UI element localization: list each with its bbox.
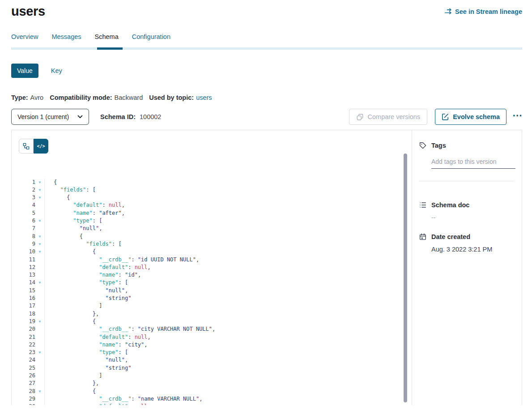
code-text: "string" [45,364,131,372]
fold-gutter [35,302,45,310]
code-line: 26 ] [19,372,412,380]
fold-toggle-icon[interactable]: ▼ [35,233,45,240]
line-number: 15 [19,287,35,295]
type-label: Type: [11,94,28,101]
fold-toggle-icon[interactable]: ▼ [35,349,45,356]
value-toggle-button[interactable]: Value [11,64,38,78]
line-number: 11 [19,256,35,264]
code-text: ] [45,372,102,380]
version-select[interactable]: Version 1 (current) [11,109,89,125]
tab-overview[interactable]: Overview [11,33,38,47]
fold-gutter [35,403,45,405]
stream-lineage-link[interactable]: See in Stream lineage [444,8,522,15]
tags-input[interactable] [431,156,515,169]
line-number: 29 [19,395,35,403]
fold-gutter [35,201,45,209]
code-line: 28▼ { [19,388,412,395]
tab-configuration[interactable]: Configuration [132,33,170,47]
fold-gutter [35,364,45,372]
value-key-toggle: Value Key [11,64,522,78]
calendar-icon [419,233,427,241]
used-by-topic-link[interactable]: users [196,94,212,101]
fold-gutter [35,225,45,232]
code-editor[interactable]: 1▼{2▼ "fields": [3▼ {4 "default": null,5… [19,163,412,405]
line-number: 10 [19,248,35,256]
compat-mode-label: Compatibility mode: [50,94,112,101]
schema-id-label: Schema ID: [100,113,136,120]
version-bar: Version 1 (current) Schema ID: 100002 Co… [11,109,522,125]
fold-toggle-icon[interactable]: ▼ [35,217,45,225]
line-number: 27 [19,380,35,387]
compare-versions-icon [356,113,364,121]
more-options-button[interactable]: ⋯ [512,111,522,123]
code-line: 29 "__crdb__": "name VARCHAR NULL", [19,395,412,403]
code-line: 1▼{ [19,179,412,186]
tree-view-button[interactable] [19,139,34,154]
line-number: 1 [19,179,35,186]
code-line: 14▼ "type": [ [19,279,412,286]
key-toggle-button[interactable]: Key [51,67,62,74]
code-text: }, [45,310,99,318]
code-line: 7 "null", [19,225,412,232]
fold-toggle-icon[interactable]: ▼ [35,194,45,201]
compare-versions-button[interactable]: Compare versions [349,109,428,125]
code-line: 21 "default": null, [19,333,412,341]
code-line: 12 "default": null, [19,264,412,271]
fold-toggle-icon[interactable]: ▼ [35,388,45,395]
code-line: 2▼ "fields": [ [19,186,412,194]
tab-track [11,47,522,50]
schema-page: users See in Stream lineage Overview Mes… [0,0,532,405]
code-line: 3▼ { [19,194,412,201]
date-created-section: Date created Aug. 3 2022 3:21 PM [419,233,514,253]
line-number: 7 [19,225,35,232]
line-number: 21 [19,333,35,341]
stream-lineage-icon [444,8,452,15]
code-text: }, [45,380,99,387]
line-number: 20 [19,325,35,333]
date-created-value: Aug. 3 2022 3:21 PM [431,246,514,253]
code-text: "name": "after", [45,209,125,217]
code-line: 8▼ { [19,233,412,240]
fold-toggle-icon[interactable]: ▼ [35,318,45,325]
tab-schema[interactable]: Schema [95,33,119,47]
schema-card: </> 1▼{2▼ "fields": [3▼ {4 "default": nu… [11,130,522,405]
fold-gutter [35,325,45,333]
fold-gutter [35,372,45,380]
used-by-topic-label: Used by topic: [149,94,194,101]
code-line: 11 "__crdb__": "id UUID NOT NULL", [19,256,412,264]
code-line: 22 "name": "city", [19,341,412,349]
code-line: 20 "__crdb__": "city VARCHAR NOT NULL", [19,325,412,333]
fold-toggle-icon[interactable]: ▼ [35,179,45,186]
fold-gutter [35,264,45,271]
fold-gutter [35,209,45,217]
schema-sidebar: Tags Schema doc -- [412,130,522,405]
version-select-value: Version 1 (current) [17,113,69,120]
fold-gutter [35,310,45,318]
fold-toggle-icon[interactable]: ▼ [35,240,45,248]
sidebar-divider [419,181,514,181]
date-created-header: Date created [419,233,514,241]
evolve-schema-button[interactable]: Evolve schema [435,109,506,125]
line-number: 5 [19,209,35,217]
editor-scrollbar[interactable] [404,154,407,402]
code-text: { [45,194,70,201]
code-text: ] [45,302,102,310]
code-text: "name": "city", [45,341,148,349]
code-text: "type": [ [45,349,128,356]
code-line: 23▼ "type": [ [19,349,412,356]
code-text: "null", [45,225,102,232]
line-number: 6 [19,217,35,225]
code-view-button[interactable]: </> [34,139,48,154]
fold-toggle-icon[interactable]: ▼ [35,248,45,256]
tags-title: Tags [431,142,446,149]
fold-toggle-icon[interactable]: ▼ [35,186,45,194]
fold-toggle-icon[interactable]: ▼ [35,279,45,286]
fold-gutter [35,271,45,279]
line-number: 30 [19,403,35,405]
tab-messages[interactable]: Messages [51,33,81,47]
fold-gutter [35,356,45,364]
evolve-schema-label: Evolve schema [453,113,500,120]
tag-icon [419,141,427,149]
compare-versions-label: Compare versions [368,113,421,120]
code-text: "null", [45,356,128,364]
